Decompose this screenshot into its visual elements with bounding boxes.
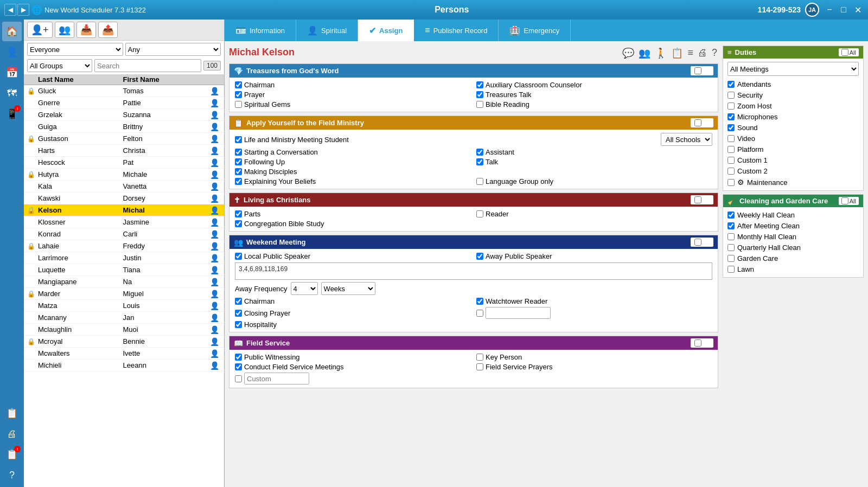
person-row[interactable]: 🔒GustasonFelton👤	[24, 133, 224, 145]
help-icon-btn[interactable]: ?	[711, 46, 718, 60]
tab-publisher-record[interactable]: ≡ Publisher Record	[414, 20, 499, 41]
sidebar-item-mobile[interactable]: 📱 !	[2, 104, 22, 124]
minimize-button[interactable]: −	[824, 4, 835, 16]
close-button[interactable]: ✕	[852, 4, 864, 16]
person-row[interactable]: KonradCarli👤	[24, 228, 224, 240]
bible-reading-checkbox[interactable]	[476, 101, 483, 108]
sidebar-item-print[interactable]: 🖨	[2, 424, 22, 444]
treasures-all-checkbox[interactable]	[694, 67, 701, 74]
person-row[interactable]: GuigaBrittny👤	[24, 121, 224, 133]
attendants-checkbox[interactable]	[727, 81, 735, 88]
prayer-checkbox[interactable]	[235, 91, 242, 98]
sidebar-item-alert[interactable]: 📋 !	[2, 445, 22, 464]
key-person-checkbox[interactable]	[476, 354, 483, 361]
conduct-meetings-checkbox[interactable]	[235, 363, 242, 370]
sidebar-item-reports[interactable]: 📋	[2, 403, 22, 423]
search-input[interactable]	[94, 59, 201, 72]
custom-fs-input[interactable]	[244, 373, 309, 385]
hospitality-checkbox[interactable]	[235, 321, 242, 328]
field-all-button[interactable]: All	[691, 338, 713, 348]
aux-classroom-checkbox[interactable]	[476, 81, 483, 88]
public-witnessing-checkbox[interactable]	[235, 354, 242, 361]
weekend-all-button[interactable]: All	[691, 238, 713, 247]
spiritual-gems-checkbox[interactable]	[235, 101, 242, 108]
group-filter-1[interactable]: Everyone	[27, 43, 123, 56]
local-speaker-checkbox[interactable]	[235, 253, 242, 260]
person-row[interactable]: GrzelakSuzanna👤	[24, 109, 224, 121]
person-row[interactable]: MichieliLeeann👤	[24, 360, 224, 371]
treasures-talk-checkbox[interactable]	[476, 91, 483, 98]
person-row[interactable]: KalaVanetta👤	[24, 181, 224, 193]
apply-all-button[interactable]: All	[691, 118, 713, 127]
person-row[interactable]: 🔒KelsonMichal👤	[24, 204, 224, 216]
sidebar-item-home[interactable]: 🏠	[2, 22, 22, 41]
territory-box[interactable]: 3,4,6,89,118,169	[235, 262, 712, 280]
walk-icon-btn[interactable]: 🚶	[654, 46, 668, 60]
nav-forward-button[interactable]: ▶	[17, 4, 29, 16]
microphones-checkbox[interactable]	[727, 113, 735, 120]
export-button[interactable]: 📤	[98, 22, 118, 38]
away-freq-num-select[interactable]: 4	[291, 282, 318, 295]
person-row[interactable]: GnerrePattie👤	[24, 97, 224, 109]
starting-checkbox[interactable]	[235, 149, 242, 156]
tab-spiritual[interactable]: 👤 Spiritual	[296, 20, 358, 41]
add-person-button[interactable]: 👤+	[27, 22, 53, 38]
person-row[interactable]: HescockPat👤	[24, 157, 224, 169]
zoom-host-checkbox[interactable]	[727, 102, 735, 110]
person-row[interactable]: LuquetteTiana👤	[24, 264, 224, 276]
closing-prayer-checkbox[interactable]	[235, 310, 242, 317]
person-details-button[interactable]: 👥	[55, 22, 74, 38]
custom-fs-checkbox[interactable]	[235, 375, 242, 382]
custom1-checkbox[interactable]	[727, 157, 735, 164]
person-row[interactable]: HartsChrista👤	[24, 145, 224, 157]
sidebar-item-persons[interactable]: 👤	[2, 42, 22, 62]
print-icon-btn[interactable]: 🖨	[697, 46, 709, 60]
group-filter-3[interactable]: All Groups	[27, 59, 92, 72]
tab-information[interactable]: 🪪 Information	[225, 20, 296, 41]
sidebar-item-territory[interactable]: 🗺	[2, 84, 22, 103]
weekend-blank-input[interactable]	[486, 307, 551, 319]
following-checkbox[interactable]	[235, 158, 242, 165]
weekend-all-checkbox[interactable]	[694, 239, 701, 246]
video-checkbox[interactable]	[727, 135, 735, 142]
cleaning-all-checkbox[interactable]	[841, 197, 848, 204]
monthly-hall-checkbox[interactable]	[727, 233, 735, 240]
sound-checkbox[interactable]	[727, 124, 735, 131]
list-icon-btn[interactable]: 📋	[670, 46, 684, 60]
living-all-checkbox[interactable]	[694, 196, 701, 203]
person-row[interactable]: MclaughlinMuoi👤	[24, 324, 224, 336]
import-button[interactable]: 📥	[76, 22, 96, 38]
user-avatar[interactable]: JA	[805, 3, 819, 17]
quarterly-hall-checkbox[interactable]	[727, 244, 735, 251]
assistant-checkbox[interactable]	[476, 149, 483, 156]
group-filter-2[interactable]: Any	[125, 43, 221, 56]
person-row[interactable]: 🔒LahaieFreddy👤	[24, 240, 224, 252]
student-checkbox[interactable]	[235, 136, 242, 143]
treasures-all-button[interactable]: All	[691, 66, 713, 75]
person-row[interactable]: KlossnerJasmine👤	[24, 216, 224, 228]
maximize-button[interactable]: □	[838, 4, 850, 16]
away-speaker-checkbox[interactable]	[476, 253, 483, 260]
cleaning-all-button[interactable]: All	[839, 197, 859, 205]
security-checkbox[interactable]	[727, 92, 735, 99]
person-row[interactable]: 🔒GluckTomas👤	[24, 85, 224, 97]
watchtower-reader-checkbox[interactable]	[476, 298, 483, 305]
parts-checkbox[interactable]	[235, 210, 242, 217]
talk-checkbox[interactable]	[476, 158, 483, 165]
person-row[interactable]: MatzaLouis👤	[24, 300, 224, 312]
duties-meetings-select[interactable]: All Meetings Midweek Weekend	[727, 62, 859, 76]
platform-checkbox[interactable]	[727, 146, 735, 153]
weekend-blank-checkbox[interactable]	[476, 310, 483, 317]
person-row[interactable]: 🔒HutyraMichale👤	[24, 169, 224, 181]
making-checkbox[interactable]	[235, 168, 242, 175]
explaining-checkbox[interactable]	[235, 178, 242, 185]
field-all-checkbox[interactable]	[694, 339, 701, 347]
language-group-checkbox[interactable]	[476, 178, 483, 185]
apply-all-checkbox[interactable]	[694, 119, 701, 126]
lastname-col-header[interactable]: Last Name	[38, 75, 123, 84]
duties-all-checkbox[interactable]	[841, 49, 848, 56]
persons-icon-btn[interactable]: 👥	[637, 46, 652, 60]
duties-all-button[interactable]: All	[839, 48, 859, 56]
custom2-checkbox[interactable]	[727, 168, 735, 175]
person-row[interactable]: KawskiDorsey👤	[24, 193, 224, 204]
